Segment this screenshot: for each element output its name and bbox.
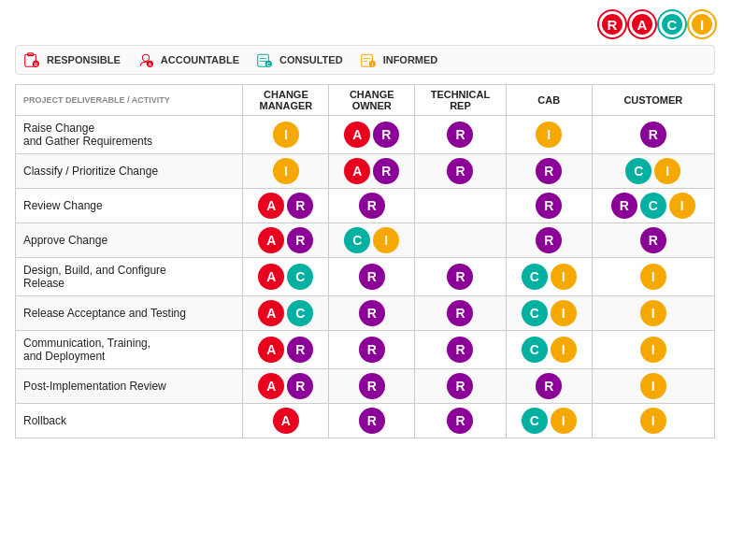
legend-item-c: CCONSULTED: [256, 51, 343, 68]
activity-cell: Review Change: [16, 189, 243, 223]
data-cell-technical_rep: [415, 223, 507, 258]
data-cell-change_owner: R: [329, 369, 415, 404]
raci-badge-r: R: [373, 122, 399, 148]
raci-badge-i: I: [551, 300, 577, 326]
raci-badge-r: R: [287, 227, 313, 253]
table-row: Design, Build, and ConfigureReleaseACRRC…: [16, 258, 715, 296]
data-cell-cab: I: [506, 116, 592, 154]
raci-badge-r: R: [287, 193, 313, 219]
data-cell-cab: CI: [506, 296, 592, 331]
data-cell-technical_rep: R: [415, 154, 507, 189]
legend-label-c: CONSULTED: [279, 54, 343, 65]
raci-badge-i: I: [654, 158, 680, 184]
table-row: Communication, Training,and DeploymentAR…: [16, 331, 715, 369]
data-cell-change_manager: I: [243, 116, 329, 154]
raci-badge-r: R: [359, 193, 385, 219]
raci-badge-a: A: [258, 193, 284, 219]
legend-item-a: AACCOUNTABLE: [137, 51, 239, 68]
raci-badge-c: C: [287, 300, 313, 326]
raci-badge-i: I: [551, 264, 577, 290]
data-cell-change_manager: AC: [243, 296, 329, 331]
raci-badge-r: R: [359, 408, 385, 434]
raci-badge-r: R: [359, 300, 385, 326]
raci-badge-i: I: [640, 373, 666, 399]
data-cell-cab: R: [506, 369, 592, 404]
data-cell-customer: R: [592, 223, 714, 258]
raci-badge-r: R: [447, 337, 473, 363]
data-cell-customer: I: [592, 369, 714, 404]
raci-badge-c: C: [625, 158, 651, 184]
data-cell-change_owner: R: [329, 258, 415, 296]
col-header-cab: CAB: [506, 85, 592, 116]
data-cell-change_owner: AR: [329, 154, 415, 189]
raci-badge-r: R: [447, 264, 473, 290]
raci-badge-a: A: [258, 227, 284, 253]
activity-cell: Communication, Training,and Deployment: [16, 331, 243, 369]
data-cell-change_manager: AR: [243, 369, 329, 404]
data-cell-technical_rep: R: [415, 331, 507, 369]
raci-badge-i: I: [640, 300, 666, 326]
header-raci-badge-c: C: [659, 11, 685, 37]
data-cell-technical_rep: R: [415, 258, 507, 296]
activity-cell: Raise Changeand Gather Requirements: [16, 116, 243, 154]
table-row: Release Acceptance and TestingACRRCII: [16, 296, 715, 331]
data-cell-customer: R: [592, 116, 714, 154]
raci-badge-i: I: [640, 337, 666, 363]
raci-badge-r: R: [287, 337, 313, 363]
data-cell-technical_rep: [415, 189, 507, 223]
data-cell-cab: CI: [506, 404, 592, 438]
raci-badge-i: I: [273, 158, 299, 184]
activity-cell: Release Acceptance and Testing: [16, 296, 243, 331]
raci-badge-r: R: [611, 193, 637, 219]
raci-badge-r: R: [287, 373, 313, 399]
raci-badge-a: A: [258, 337, 284, 363]
activity-cell: Approve Change: [16, 223, 243, 258]
raci-badge-i: I: [373, 227, 399, 253]
table-row: Classify / Prioritize ChangeIARRRCI: [16, 154, 715, 189]
data-cell-change_manager: AR: [243, 189, 329, 223]
legend-icon-r: R: [23, 51, 40, 68]
raci-badge-a: A: [258, 373, 284, 399]
data-cell-technical_rep: R: [415, 296, 507, 331]
data-cell-technical_rep: R: [415, 369, 507, 404]
svg-text:R: R: [35, 62, 38, 67]
data-cell-cab: CI: [506, 258, 592, 296]
activity-cell: Post-Implementation Review: [16, 369, 243, 404]
table-row: RollbackARRCII: [16, 404, 715, 438]
raci-badge-r: R: [640, 122, 666, 148]
header-raci-badge-a: A: [629, 11, 655, 37]
raci-badge-r: R: [536, 373, 562, 399]
raci-badge-c: C: [522, 300, 548, 326]
data-cell-customer: I: [592, 331, 714, 369]
table-header: PROJECT DELIVERABLE / ACTIVITY CHANGEMAN…: [16, 85, 715, 116]
legend-icon-c: C: [256, 51, 273, 68]
raci-badge-a: A: [258, 264, 284, 290]
raci-badge-c: C: [287, 264, 313, 290]
data-cell-change_manager: AR: [243, 331, 329, 369]
svg-text:A: A: [148, 62, 151, 67]
col-header-change_owner: CHANGEOWNER: [329, 85, 415, 116]
activity-cell: Rollback: [16, 404, 243, 438]
raci-badge-r: R: [447, 408, 473, 434]
raci-badge-a: A: [258, 300, 284, 326]
table-row: Post-Implementation ReviewARRRRI: [16, 369, 715, 404]
data-cell-customer: RCI: [592, 189, 714, 223]
svg-point-4: [142, 54, 149, 61]
data-cell-change_owner: R: [329, 331, 415, 369]
legend: RRESPONSIBLEAACCOUNTABLECCONSULTEDIINFOR…: [15, 45, 715, 75]
raci-badge-r: R: [359, 337, 385, 363]
header-raci-badge-r: R: [599, 11, 625, 37]
raci-badge-a: A: [273, 408, 299, 434]
raci-badge-i: I: [640, 408, 666, 434]
raci-badge-i: I: [273, 122, 299, 148]
col-header-technical_rep: TECHNICALREP: [415, 85, 507, 116]
raci-badge-i: I: [640, 264, 666, 290]
table-body: Raise Changeand Gather RequirementsIARRI…: [16, 116, 715, 438]
svg-text:C: C: [267, 62, 271, 67]
data-cell-customer: I: [592, 296, 714, 331]
data-cell-change_manager: AR: [243, 223, 329, 258]
raci-header-badges: RACI: [599, 11, 715, 37]
activity-cell: Classify / Prioritize Change: [16, 154, 243, 189]
data-cell-customer: I: [592, 404, 714, 438]
data-cell-change_owner: R: [329, 189, 415, 223]
